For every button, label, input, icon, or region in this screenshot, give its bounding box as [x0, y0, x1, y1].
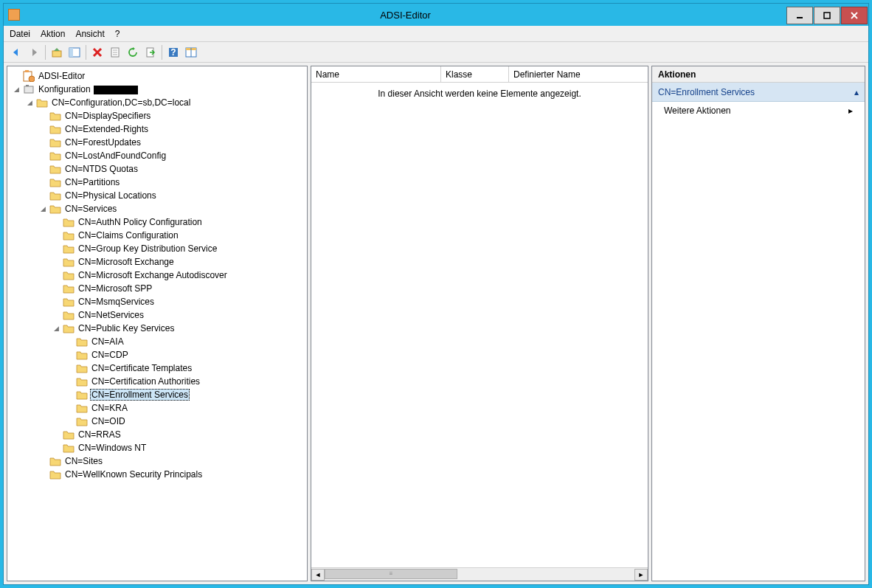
folder-icon [49, 151, 61, 161]
up-button[interactable] [49, 44, 65, 60]
tree-item[interactable]: CN=RRAS [9, 428, 305, 441]
properties-button[interactable] [107, 44, 123, 60]
list-body: In dieser Ansicht werden keine Elemente … [311, 83, 648, 567]
folder-icon [76, 363, 88, 373]
svg-rect-23 [26, 85, 29, 86]
tree-item[interactable]: ◢Konfiguration [9, 83, 305, 96]
tree-item[interactable]: ◢CN=Services [9, 202, 305, 215]
toolbar: ? [4, 42, 868, 63]
folder-icon [49, 164, 61, 174]
folder-icon [23, 84, 35, 94]
tree-item[interactable]: CN=DisplaySpecifiers [9, 109, 305, 122]
scroll-right-button[interactable]: ► [634, 569, 648, 581]
tree-item[interactable]: ◢CN=Public Key Services [9, 322, 305, 335]
scrollbar-thumb[interactable]: ≡ [325, 569, 457, 579]
tree-item[interactable]: CN=Certification Authorities [9, 375, 305, 388]
tree-item[interactable]: CN=ForestUpdates [9, 136, 305, 149]
tree-item[interactable]: CN=Physical Locations [9, 189, 305, 202]
tree-item[interactable]: CN=AuthN Policy Configuration [9, 215, 305, 229]
tree-item[interactable]: CN=OID [9, 415, 305, 428]
column-class[interactable]: Klasse [441, 66, 509, 82]
menu-help[interactable]: ? [115, 29, 120, 39]
main-area: ADSI-Editor◢Konfiguration◢CN=Configurati… [4, 63, 868, 584]
tree-item-label: CN=Public Key Services [77, 323, 176, 333]
tree-item[interactable]: CN=KRA [9, 401, 305, 415]
svg-text:?: ? [170, 47, 176, 58]
tree-item[interactable]: ◢CN=Configuration,DC=sb,DC=local [9, 96, 305, 109]
view-columns-button[interactable] [183, 44, 199, 60]
folder-icon [76, 376, 88, 387]
refresh-button[interactable] [125, 44, 141, 60]
tree-item[interactable]: CN=Claims Configuration [9, 229, 305, 242]
column-name[interactable]: Name [311, 66, 441, 82]
folder-icon [76, 336, 88, 347]
tree-item[interactable]: CN=WellKnown Security Principals [9, 468, 305, 481]
tree-item[interactable]: CN=Sites [9, 454, 305, 468]
tree-item[interactable]: CN=AIA [9, 335, 305, 348]
menu-file[interactable]: Datei [10, 29, 30, 39]
tree-item[interactable]: ADSI-Editor [9, 69, 305, 83]
actions-group-header[interactable]: CN=Enrollment Services ▴ [652, 83, 865, 102]
tree-toggle-icon[interactable]: ◢ [38, 204, 47, 213]
tree-item[interactable]: CN=MsmqServices [9, 295, 305, 308]
tree-item-label: CN=AuthN Policy Configuration [77, 217, 204, 227]
actions-title: Aktionen [652, 66, 865, 83]
scroll-left-button[interactable]: ◄ [311, 569, 325, 581]
close-button[interactable] [841, 7, 868, 24]
tree-item[interactable]: CN=Microsoft SPP [9, 282, 305, 295]
folder-icon [49, 204, 61, 214]
tree-item[interactable]: CN=Microsoft Exchange Autodiscover [9, 269, 305, 282]
column-dn[interactable]: Definierter Name [509, 66, 648, 82]
folder-icon [49, 137, 61, 148]
tree-panel[interactable]: ADSI-Editor◢Konfiguration◢CN=Configurati… [7, 66, 308, 581]
tree-item[interactable]: CN=CDP [9, 348, 305, 362]
export-button[interactable] [142, 44, 159, 60]
tree-item[interactable]: CN=Microsoft Exchange [9, 255, 305, 269]
tree-item-label: CN=Windows NT [77, 443, 148, 453]
folder-icon [63, 270, 75, 280]
app-window: ADSI-Editor Datei Aktion Ansicht ? ? ADS… [3, 3, 869, 585]
minimize-button[interactable] [786, 7, 813, 24]
tree-item-label: CN=Physical Locations [63, 190, 158, 201]
folder-icon [63, 323, 75, 333]
folder-icon [63, 230, 75, 241]
delete-button[interactable] [89, 44, 105, 60]
tree-item[interactable]: CN=Extended-Rights [9, 122, 305, 136]
tree-item[interactable]: CN=Windows NT [9, 441, 305, 454]
folder-icon [76, 403, 88, 413]
collapse-icon: ▴ [854, 87, 859, 97]
tree-item-label: CN=AIA [90, 336, 125, 347]
more-actions-item[interactable]: Weitere Aktionen ▸ [652, 102, 865, 120]
tree-item[interactable]: CN=NTDS Quotas [9, 162, 305, 176]
tree-item[interactable]: CN=LostAndFoundConfig [9, 149, 305, 162]
list-header: Name Klasse Definierter Name [311, 66, 648, 83]
show-hide-tree-button[interactable] [66, 44, 83, 60]
maximize-button[interactable] [814, 7, 840, 24]
tree-toggle-icon[interactable]: ◢ [52, 324, 60, 333]
folder-icon [49, 124, 61, 134]
folder-icon [76, 350, 88, 360]
folder-icon [63, 257, 75, 267]
tree-item[interactable]: CN=Certificate Templates [9, 362, 305, 375]
tree-item[interactable]: CN=Enrollment Services [9, 388, 305, 401]
menu-action[interactable]: Aktion [41, 29, 65, 39]
tree-toggle-icon[interactable]: ◢ [25, 98, 34, 107]
folder-icon [49, 469, 61, 480]
menu-view[interactable]: Ansicht [75, 29, 104, 39]
tree-item[interactable]: CN=NetServices [9, 308, 305, 322]
tree-item-label: CN=Claims Configuration [77, 230, 180, 241]
tree-item[interactable]: CN=Group Key Distribution Service [9, 242, 305, 255]
tree-item-label: CN=Microsoft Exchange [77, 257, 176, 267]
svg-point-21 [29, 76, 35, 82]
back-button[interactable] [8, 44, 24, 60]
svg-rect-4 [52, 51, 61, 57]
svg-rect-20 [25, 70, 29, 72]
tree-item[interactable]: CN=Partitions [9, 176, 305, 189]
tree-item-label: CN=NetServices [77, 310, 145, 320]
scrollbar-track[interactable]: ≡ [325, 569, 634, 581]
horizontal-scrollbar[interactable]: ◄ ≡ ► [311, 567, 648, 581]
help-button[interactable]: ? [165, 44, 181, 60]
titlebar[interactable]: ADSI-Editor [4, 4, 868, 26]
tree-toggle-icon[interactable]: ◢ [12, 85, 21, 94]
forward-button[interactable] [26, 44, 42, 60]
